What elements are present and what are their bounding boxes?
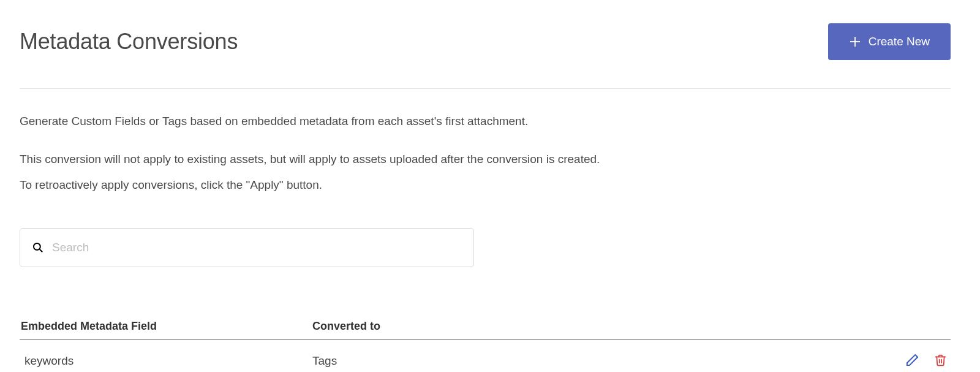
column-header-converted-to: Converted to	[312, 320, 877, 333]
column-header-field: Embedded Metadata Field	[20, 320, 312, 333]
search-field-container[interactable]	[20, 228, 474, 267]
svg-line-3	[40, 249, 43, 252]
page-header: Metadata Conversions Create New	[20, 23, 951, 89]
row-actions	[877, 353, 951, 369]
cell-field: keywords	[20, 354, 312, 368]
search-input[interactable]	[52, 241, 461, 254]
conversions-table: Embedded Metadata Field Converted to key…	[20, 320, 951, 372]
cell-converted-to: Tags	[312, 354, 877, 368]
table-row: keywords Tags	[20, 340, 951, 372]
delete-icon	[934, 353, 947, 369]
edit-icon	[905, 353, 919, 369]
search-icon	[32, 242, 43, 253]
delete-button[interactable]	[934, 353, 947, 369]
plus-icon	[849, 36, 861, 48]
svg-point-2	[34, 243, 40, 250]
edit-button[interactable]	[905, 353, 919, 369]
description-block: Generate Custom Fields or Tags based on …	[20, 111, 951, 196]
description-line-3: To retroactively apply conversions, clic…	[20, 175, 951, 195]
description-line-2: This conversion will not apply to existi…	[20, 149, 951, 170]
description-line-1: Generate Custom Fields or Tags based on …	[20, 111, 951, 132]
create-new-button-label: Create New	[869, 35, 930, 48]
table-header: Embedded Metadata Field Converted to	[20, 320, 951, 340]
column-header-actions	[877, 320, 951, 333]
page-title: Metadata Conversions	[20, 29, 238, 55]
create-new-button[interactable]: Create New	[828, 23, 951, 60]
